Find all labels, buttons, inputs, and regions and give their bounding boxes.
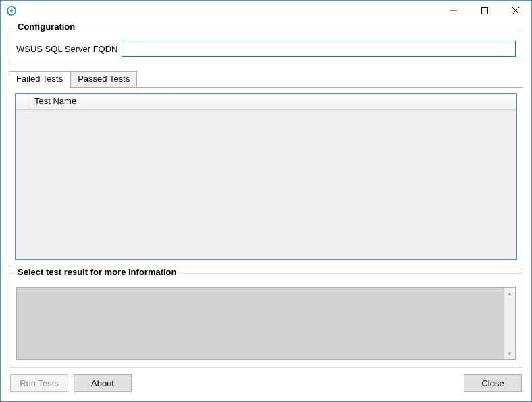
grid-header: Test Name	[16, 94, 516, 110]
tabs-area: Failed Tests Passed Tests Test Name	[9, 71, 523, 266]
configuration-title: Configuration	[15, 22, 78, 32]
tab-panel: Test Name	[9, 87, 523, 266]
fqdn-row: WSUS SQL Server FQDN	[16, 41, 516, 57]
close-button[interactable]: Close	[464, 374, 522, 392]
footer-right: Close	[464, 374, 522, 392]
scroll-up-icon[interactable]: ▲	[504, 288, 515, 299]
about-button[interactable]: About	[74, 374, 132, 392]
fqdn-label: WSUS SQL Server FQDN	[16, 44, 117, 54]
result-group: Select test result for more information …	[9, 273, 523, 368]
footer-left: Run Tests About	[10, 374, 132, 392]
tab-passed-tests[interactable]: Passed Tests	[70, 71, 137, 87]
configuration-group: Configuration WSUS SQL Server FQDN	[9, 28, 523, 64]
test-grid[interactable]: Test Name	[15, 93, 517, 260]
tab-failed-tests[interactable]: Failed Tests	[9, 71, 70, 88]
app-icon	[6, 5, 17, 16]
app-window: Configuration WSUS SQL Server FQDN Faile…	[0, 0, 532, 402]
result-scrollbar[interactable]: ▲ ▼	[504, 288, 515, 359]
footer: Run Tests About Close	[9, 374, 523, 393]
content-area: Configuration WSUS SQL Server FQDN Faile…	[1, 21, 531, 401]
maximize-button[interactable]	[469, 1, 500, 21]
fqdn-input[interactable]	[122, 41, 516, 57]
scroll-down-icon[interactable]: ▼	[504, 348, 515, 359]
grid-column-test-name[interactable]: Test Name	[30, 94, 516, 109]
svg-rect-3	[482, 8, 488, 14]
titlebar	[1, 1, 531, 21]
result-textarea[interactable]: ▲ ▼	[16, 287, 516, 360]
close-window-button[interactable]	[500, 1, 531, 21]
titlebar-left	[6, 5, 21, 16]
minimize-button[interactable]	[438, 1, 469, 21]
run-tests-button[interactable]: Run Tests	[10, 374, 68, 392]
grid-body[interactable]	[16, 110, 516, 259]
result-title: Select test result for more information	[15, 267, 180, 277]
window-controls	[438, 1, 531, 21]
svg-point-1	[10, 9, 13, 12]
grid-row-header[interactable]	[16, 94, 30, 109]
tab-strip: Failed Tests Passed Tests	[9, 71, 523, 87]
